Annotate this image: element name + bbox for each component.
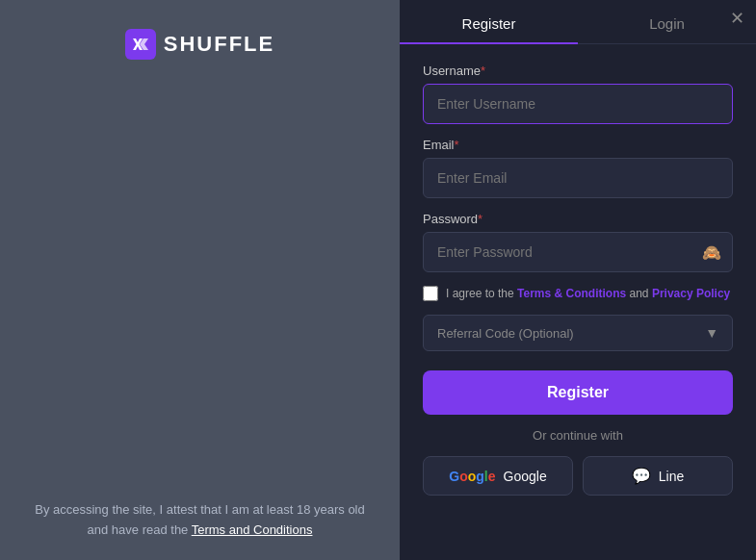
email-input-wrapper: [423, 158, 733, 198]
username-input-wrapper: [423, 84, 733, 124]
tabs: Register Login: [400, 0, 756, 44]
email-input[interactable]: [423, 158, 733, 198]
toggle-password-icon[interactable]: 🙈: [702, 243, 721, 262]
password-label: Password*: [423, 212, 733, 226]
close-button[interactable]: ✕: [730, 8, 744, 29]
terms-checkbox-row: I agree to the Terms & Conditions and Pr…: [423, 286, 733, 301]
line-label: Line: [659, 469, 684, 484]
shuffle-logo-icon: [125, 29, 156, 60]
terms-conditions-link[interactable]: Terms & Conditions: [517, 287, 626, 300]
tab-register[interactable]: Register: [400, 0, 578, 43]
password-field-group: Password* 🙈: [423, 212, 733, 272]
password-input[interactable]: [423, 232, 733, 272]
referral-label: Referral Code (Optional): [437, 326, 574, 341]
register-button[interactable]: Register: [423, 370, 733, 415]
google-button[interactable]: Google Google: [423, 456, 573, 496]
email-label: Email*: [423, 138, 733, 152]
line-button[interactable]: 💬 Line: [583, 456, 733, 496]
email-field-group: Email*: [423, 138, 733, 198]
terms-checkbox-label: I agree to the Terms & Conditions and Pr…: [446, 287, 730, 300]
username-field-group: Username*: [423, 64, 733, 124]
username-label: Username*: [423, 64, 733, 78]
referral-code-row[interactable]: Referral Code (Optional) ▼: [423, 315, 733, 351]
register-form: Username* Email* Password* 🙈: [400, 64, 756, 560]
password-input-wrapper: 🙈: [423, 232, 733, 272]
terms-link[interactable]: Terms and Conditions: [192, 522, 313, 537]
right-panel: ✕ Register Login Username* Email*: [400, 0, 756, 560]
line-icon: 💬: [632, 467, 651, 485]
bottom-disclaimer: By accessing the site, I attest that I a…: [35, 500, 365, 541]
google-icon: Google: [449, 469, 495, 484]
privacy-policy-link[interactable]: Privacy Policy: [652, 287, 730, 300]
google-label: Google: [504, 469, 547, 484]
chevron-down-icon: ▼: [705, 325, 718, 341]
or-continue-text: Or continue with: [423, 428, 733, 443]
social-buttons: Google Google 💬 Line: [423, 456, 733, 496]
logo: SHUFFLE: [125, 29, 274, 60]
username-input[interactable]: [423, 84, 733, 124]
terms-checkbox[interactable]: [423, 286, 438, 301]
logo-text: SHUFFLE: [164, 32, 274, 57]
left-panel: SHUFFLE By accessing the site, I attest …: [0, 0, 400, 560]
